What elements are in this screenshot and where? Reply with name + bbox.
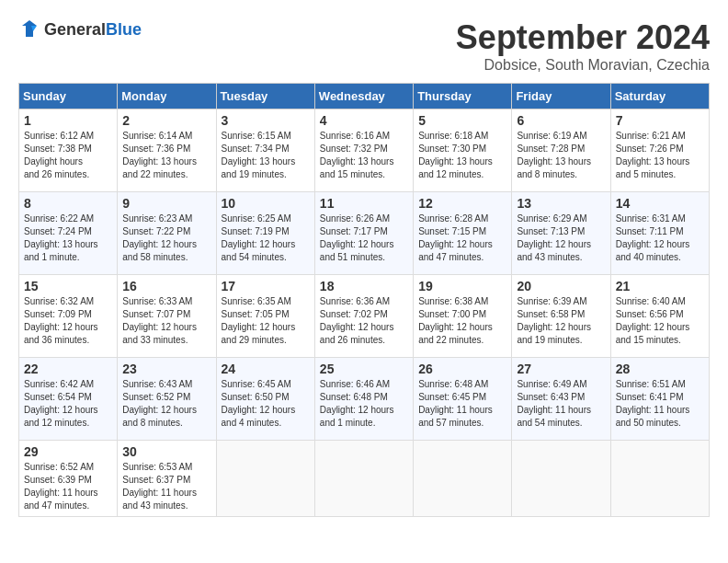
day-10: 10 Sunrise: 6:25 AMSunset: 7:19 PMDaylig…: [216, 192, 314, 275]
day-9: 9 Sunrise: 6:23 AMSunset: 7:22 PMDayligh…: [118, 192, 216, 275]
day-22: 22 Sunrise: 6:42 AMSunset: 6:54 PMDaylig…: [19, 358, 118, 441]
day-13: 13 Sunrise: 6:29 AMSunset: 7:13 PMDaylig…: [512, 192, 610, 275]
week-row-2: 8 Sunrise: 6:22 AMSunset: 7:24 PMDayligh…: [19, 192, 710, 275]
day-19: 19 Sunrise: 6:38 AMSunset: 7:00 PMDaylig…: [414, 275, 512, 358]
day-6: 6 Sunrise: 6:19 AMSunset: 7:28 PMDayligh…: [512, 109, 610, 192]
day-24: 24 Sunrise: 6:45 AMSunset: 6:50 PMDaylig…: [216, 358, 314, 441]
logo: GeneralBlue: [18, 18, 142, 40]
col-tuesday: Tuesday: [216, 84, 314, 109]
week-row-5: 29 Sunrise: 6:52 AMSunset: 6:39 PMDaylig…: [19, 441, 710, 517]
title-section: September 2024 Dobsice, South Moravian, …: [456, 18, 710, 74]
empty-5: [610, 441, 709, 517]
day-5: 5 Sunrise: 6:18 AMSunset: 7:30 PMDayligh…: [414, 109, 512, 192]
col-friday: Friday: [512, 84, 610, 109]
empty-2: [314, 441, 413, 517]
day-20: 20 Sunrise: 6:39 AMSunset: 6:58 PMDaylig…: [512, 275, 610, 358]
week-row-3: 15 Sunrise: 6:32 AMSunset: 7:09 PMDaylig…: [19, 275, 710, 358]
day-15: 15 Sunrise: 6:32 AMSunset: 7:09 PMDaylig…: [19, 275, 118, 358]
logo-general: General: [44, 20, 106, 39]
day-8: 8 Sunrise: 6:22 AMSunset: 7:24 PMDayligh…: [19, 192, 118, 275]
col-sunday: Sunday: [19, 84, 118, 109]
day-27: 27 Sunrise: 6:49 AMSunset: 6:43 PMDaylig…: [512, 358, 610, 441]
day-30: 30 Sunrise: 6:53 AMSunset: 6:37 PMDaylig…: [118, 441, 216, 517]
empty-4: [512, 441, 610, 517]
col-monday: Monday: [118, 84, 216, 109]
day-11: 11 Sunrise: 6:26 AMSunset: 7:17 PMDaylig…: [314, 192, 413, 275]
day-14: 14 Sunrise: 6:31 AMSunset: 7:11 PMDaylig…: [610, 192, 709, 275]
week-row-4: 22 Sunrise: 6:42 AMSunset: 6:54 PMDaylig…: [19, 358, 710, 441]
day-25: 25 Sunrise: 6:46 AMSunset: 6:48 PMDaylig…: [314, 358, 413, 441]
logo-blue: Blue: [106, 20, 142, 39]
empty-1: [216, 441, 314, 517]
calendar-table: Sunday Monday Tuesday Wednesday Thursday…: [18, 83, 710, 517]
day-12: 12 Sunrise: 6:28 AMSunset: 7:15 PMDaylig…: [414, 192, 512, 275]
day-18: 18 Sunrise: 6:36 AMSunset: 7:02 PMDaylig…: [314, 275, 413, 358]
header-row: Sunday Monday Tuesday Wednesday Thursday…: [19, 84, 710, 109]
week-row-1: 1 Sunrise: 6:12 AMSunset: 7:38 PMDayligh…: [19, 109, 710, 192]
day-16: 16 Sunrise: 6:33 AMSunset: 7:07 PMDaylig…: [118, 275, 216, 358]
col-wednesday: Wednesday: [314, 84, 413, 109]
day-1: 1 Sunrise: 6:12 AMSunset: 7:38 PMDayligh…: [19, 109, 118, 192]
day-3: 3 Sunrise: 6:15 AMSunset: 7:34 PMDayligh…: [216, 109, 314, 192]
logo-icon: [18, 18, 40, 40]
day-2: 2 Sunrise: 6:14 AMSunset: 7:36 PMDayligh…: [118, 109, 216, 192]
day-23: 23 Sunrise: 6:43 AMSunset: 6:52 PMDaylig…: [118, 358, 216, 441]
day-7: 7 Sunrise: 6:21 AMSunset: 7:26 PMDayligh…: [610, 109, 709, 192]
day-28: 28 Sunrise: 6:51 AMSunset: 6:41 PMDaylig…: [610, 358, 709, 441]
day-17: 17 Sunrise: 6:35 AMSunset: 7:05 PMDaylig…: [216, 275, 314, 358]
day-21: 21 Sunrise: 6:40 AMSunset: 6:56 PMDaylig…: [610, 275, 709, 358]
location-title: Dobsice, South Moravian, Czechia: [456, 57, 710, 74]
col-saturday: Saturday: [610, 84, 709, 109]
day-26: 26 Sunrise: 6:48 AMSunset: 6:45 PMDaylig…: [414, 358, 512, 441]
day-4: 4 Sunrise: 6:16 AMSunset: 7:32 PMDayligh…: [314, 109, 413, 192]
empty-3: [414, 441, 512, 517]
month-title: September 2024: [456, 18, 710, 57]
col-thursday: Thursday: [414, 84, 512, 109]
day-29: 29 Sunrise: 6:52 AMSunset: 6:39 PMDaylig…: [19, 441, 118, 517]
header: GeneralBlue September 2024 Dobsice, Sout…: [18, 18, 710, 74]
